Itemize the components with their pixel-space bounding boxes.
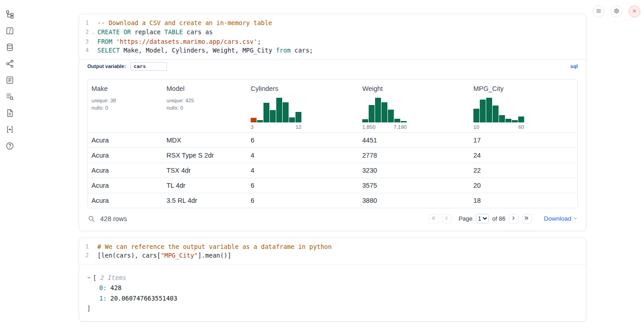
- histogram-axis: 1,8507,190: [362, 124, 407, 130]
- column-header-weight[interactable]: Weight1,8507,190: [359, 85, 470, 130]
- entry-key: 0:: [99, 284, 107, 291]
- next-page-button[interactable]: [509, 214, 519, 224]
- download-menu[interactable]: Download: [544, 215, 578, 222]
- settings-button[interactable]: [611, 5, 623, 17]
- chevron-left-icon: [444, 215, 450, 222]
- column-header-model[interactable]: Modelunique: 425nulls: 0: [163, 85, 247, 130]
- histogram-bar[interactable]: [518, 116, 524, 122]
- histogram-bars: [473, 97, 524, 122]
- output-variable-input[interactable]: [130, 62, 167, 71]
- collapse-chevron-icon[interactable]: [86, 275, 91, 280]
- histogram-bar[interactable]: [381, 102, 387, 122]
- code-text: SELECT Make, Model, Cylinders, Weight, M…: [97, 46, 313, 55]
- table-cell: TL 4dr: [163, 178, 247, 193]
- histogram[interactable]: 312: [251, 97, 301, 130]
- last-page-button[interactable]: [522, 214, 532, 224]
- datasources-icon[interactable]: [5, 43, 14, 52]
- row-count: 428 rows: [100, 215, 127, 222]
- histogram-bar[interactable]: [263, 103, 269, 122]
- close-button[interactable]: [628, 5, 640, 17]
- table-cell: 3.5 RL 4dr: [163, 193, 247, 208]
- chevron-right-icon: [510, 215, 516, 222]
- menu-button[interactable]: [593, 5, 605, 17]
- histogram[interactable]: 1060: [473, 97, 524, 130]
- table-header: Makeunique: 38nulls: 0Modelunique: 425nu…: [88, 79, 577, 132]
- histogram-bar[interactable]: [493, 106, 499, 122]
- table-row[interactable]: AcuraTSX 4dr4323022: [88, 163, 577, 178]
- search-list-icon[interactable]: [5, 92, 14, 101]
- code-text: CREATE OR replace TABLE cars as: [97, 28, 213, 37]
- window-controls: [593, 5, 640, 17]
- prev-page-button[interactable]: [442, 214, 452, 224]
- table-cell: 4: [247, 148, 359, 163]
- python-code-editor[interactable]: 1# We can reference the output variable …: [79, 238, 586, 264]
- language-badge[interactable]: sql: [570, 63, 578, 69]
- histogram-bar[interactable]: [512, 120, 518, 122]
- first-page-button[interactable]: [429, 214, 439, 224]
- table-row[interactable]: Acura3.5 RL 4dr6388018: [88, 193, 577, 208]
- line-number: 1: [79, 19, 89, 28]
- pagination: Page 1 of 86: [429, 214, 532, 224]
- outline-icon[interactable]: [5, 76, 14, 85]
- code-line: 4SELECT Make, Model, Cylinders, Weight, …: [79, 46, 586, 55]
- table-row[interactable]: AcuraMDX6445117: [88, 132, 577, 148]
- table-cell: 17: [470, 133, 577, 148]
- gutter-spacer: [89, 37, 97, 47]
- table-row[interactable]: AcuraRSX Type S 2dr4277824: [88, 148, 577, 163]
- histogram-bar[interactable]: [505, 119, 511, 122]
- output-list-header: [ 2 Items: [79, 273, 586, 283]
- column-stat: nulls: 0: [166, 104, 243, 111]
- gutter-spacer: [89, 19, 97, 28]
- histogram-bar[interactable]: [486, 98, 492, 122]
- scratchpad-icon[interactable]: ƒ: [5, 26, 14, 35]
- histogram-bar[interactable]: [270, 110, 276, 122]
- column-header-mpg_city[interactable]: MPG_City1060: [470, 85, 577, 130]
- histogram-bar[interactable]: [283, 102, 289, 122]
- file-explorer-icon[interactable]: [5, 10, 14, 19]
- column-header-make[interactable]: Makeunique: 38nulls: 0: [88, 85, 163, 130]
- line-number: 3: [79, 37, 89, 47]
- histogram-bar[interactable]: [394, 119, 400, 122]
- page-select[interactable]: 1: [476, 214, 489, 223]
- python-cell: 1# We can reference the output variable …: [79, 238, 586, 322]
- sql-code-editor[interactable]: 1-- Download a CSV and create an in-memo…: [79, 14, 586, 59]
- column-stat: unique: 425: [166, 97, 243, 104]
- column-label: Cylinders: [251, 85, 355, 92]
- documentation-icon[interactable]: [5, 109, 14, 117]
- dependency-graph-icon[interactable]: [5, 59, 14, 68]
- histogram-bar[interactable]: [480, 100, 486, 122]
- axis-max-label: 12: [295, 124, 301, 130]
- histogram-bar[interactable]: [401, 121, 407, 122]
- fold-chevron-icon[interactable]: ⌄: [89, 28, 97, 37]
- histogram-bar[interactable]: [251, 118, 257, 122]
- table-row[interactable]: AcuraTL 4dr6357520: [88, 178, 577, 193]
- line-number: 2: [79, 251, 89, 260]
- histogram-bar[interactable]: [289, 117, 295, 122]
- histogram-bar[interactable]: [375, 98, 381, 122]
- help-icon[interactable]: [5, 142, 14, 150]
- histogram-bar[interactable]: [499, 115, 505, 122]
- data-table: Makeunique: 38nulls: 0Modelunique: 425nu…: [87, 79, 578, 208]
- histogram-bar[interactable]: [369, 105, 375, 122]
- code-text: -- Download a CSV and create an in-memor…: [97, 19, 272, 28]
- line-number: 4: [79, 46, 89, 55]
- histogram-bar[interactable]: [473, 109, 479, 122]
- output-list-entries: 0:4281:20.060747663551403: [79, 283, 586, 303]
- snippets-icon[interactable]: [5, 125, 14, 134]
- histogram-bar[interactable]: [362, 119, 368, 122]
- histogram-axis: 1060: [473, 124, 524, 130]
- table-cell: 2778: [359, 148, 470, 163]
- table-cell: Acura: [88, 193, 163, 208]
- histogram-bar[interactable]: [257, 120, 263, 122]
- code-text: FROM 'https://datasets.marimo.app/cars.c…: [97, 37, 261, 47]
- close-bracket: ]: [79, 303, 586, 314]
- column-header-cylinders[interactable]: Cylinders312: [247, 85, 359, 130]
- table-cell: 4: [247, 163, 359, 178]
- histogram-bar[interactable]: [295, 112, 301, 122]
- column-label: Model: [166, 85, 243, 92]
- histogram-bar[interactable]: [388, 110, 394, 122]
- search-icon[interactable]: [87, 215, 96, 223]
- histogram-bar[interactable]: [276, 98, 282, 122]
- column-stat: unique: 38: [91, 97, 159, 104]
- histogram[interactable]: 1,8507,190: [362, 97, 407, 130]
